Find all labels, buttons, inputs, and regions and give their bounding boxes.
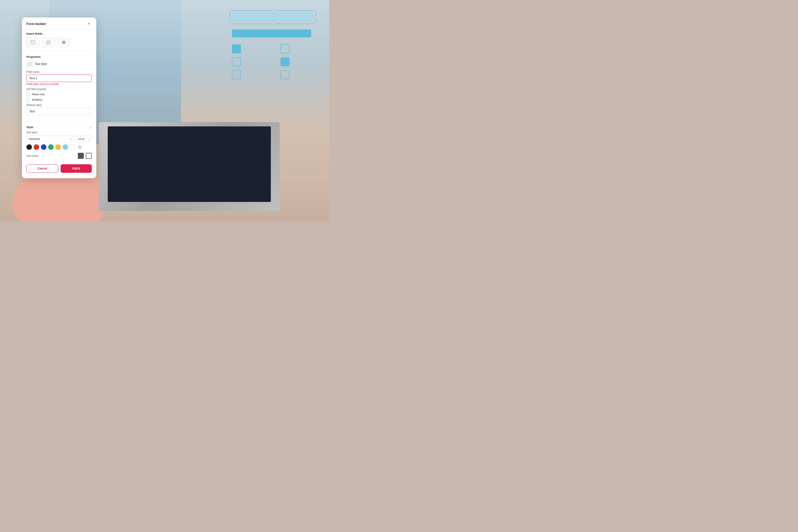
preview-checkboxes [232,44,314,79]
color-swatch-white[interactable] [70,144,75,150]
frame-filled-icon[interactable] [78,153,84,159]
set-field-property-label: Set field property [26,88,92,91]
default-value-input[interactable] [26,108,92,115]
pt-select[interactable]: 12 pt ⌄ [76,136,92,142]
svg-text:T: T [29,63,30,65]
prop-type-label: Text field [35,62,46,66]
checkbox-field-button[interactable] [42,38,55,47]
multiline-checkbox[interactable] [26,98,30,101]
form-preview [232,13,314,79]
multiline-row: Multiline [26,98,92,101]
selected-field-container [232,13,314,22]
properties-section: Properties T Text field Field name Field… [22,52,96,120]
text-frame-row: Text frame [26,153,92,159]
text-field-button[interactable]: T [26,38,39,47]
radio-field-button[interactable] [57,38,70,47]
preview-checkbox-2[interactable] [281,44,289,53]
form-builder-panel: Form builder × Insert fields T [22,17,96,178]
insert-fields-section: Insert fields T [22,29,96,49]
laptop-bg [99,122,280,211]
radio-icon [61,40,66,45]
text-frame-label: Text frame [26,154,39,157]
divider-1 [22,51,96,51]
insert-fields-row: T [26,38,92,47]
color-swatch-light-blue[interactable] [62,144,68,150]
field-name-input[interactable] [26,75,92,82]
cancel-button[interactable]: Cancel [26,164,58,173]
checkbox-icon [46,40,51,45]
close-button[interactable]: × [86,21,92,26]
multiline-label: Multiline [32,98,42,101]
style-label: Style [26,126,33,129]
color-swatch-black[interactable] [26,144,32,150]
color-swatches-row [26,144,92,150]
panel-title: Form builder [26,22,46,26]
color-swatch-red[interactable] [34,144,39,150]
color-swatch-blue[interactable] [41,144,46,150]
font-chevron-icon: ⌄ [70,137,72,140]
field-name-error: Field name must not coincide [26,83,92,86]
preview-checkbox-1[interactable] [232,44,241,53]
font-value: Helvetica [29,137,40,140]
laptop-screen [108,127,270,202]
font-select[interactable]: Helvetica ⌄ [26,136,74,142]
preview-checkbox-4[interactable] [281,57,289,66]
preview-text-input[interactable] [232,13,314,22]
frame-icons [78,153,92,159]
text-icon: T [31,40,35,45]
panel-footer: Cancel Apply [22,161,96,174]
prop-type-row: T Text field [26,61,92,67]
color-swatch-yellow[interactable] [55,144,61,150]
read-only-row: Read only [26,93,92,96]
pt-value: 12 pt [78,137,84,140]
handle-bot-center[interactable] [272,23,274,25]
read-only-label: Read only [32,93,45,96]
default-value-label: Default value [26,103,92,107]
apply-button[interactable]: Apply [61,164,92,173]
frame-outline-icon[interactable] [86,153,92,159]
divider-2 [22,121,96,121]
preview-checkbox-3[interactable] [232,57,241,66]
svg-point-4 [63,42,65,43]
svg-text:T: T [32,41,34,44]
insert-fields-label: Insert fields [26,32,92,35]
preview-blue-bar [232,30,311,37]
pt-chevron-icon: ⌄ [88,137,90,140]
text-style-label: Text style [26,131,92,134]
panel-header: Form builder × [22,17,96,29]
preview-checkbox-5[interactable] [232,70,241,79]
chevron-down-icon: ⌄ [89,126,92,129]
style-header[interactable]: Style ⌄ [22,123,96,131]
read-only-checkbox[interactable] [26,93,30,96]
color-swatch-teal[interactable] [48,144,54,150]
prop-type-icon: T [26,61,33,67]
color-picker-icon[interactable] [77,144,82,150]
style-body: Text style Helvetica ⌄ 12 pt ⌄ [22,131,96,161]
field-name-label: Field name [26,70,92,73]
preview-checkbox-6[interactable] [281,70,289,79]
font-row: Helvetica ⌄ 12 pt ⌄ [26,136,92,142]
properties-label: Properties [26,55,92,58]
